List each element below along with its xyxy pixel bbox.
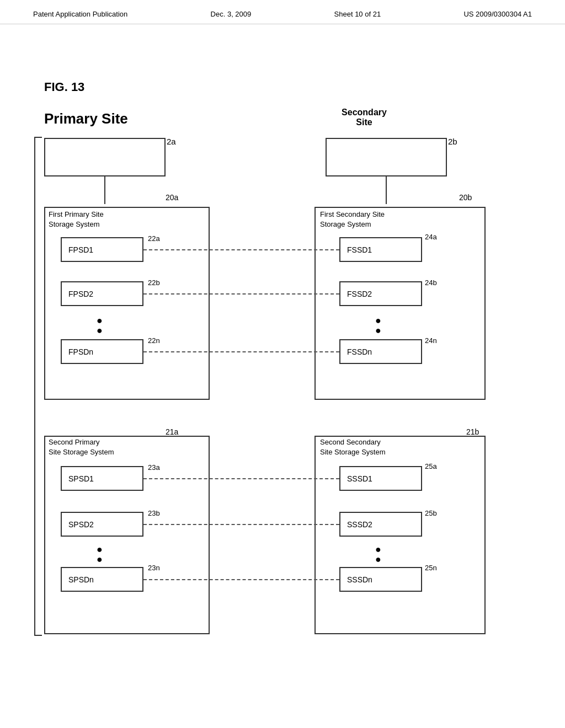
ref-25b: 25b xyxy=(425,509,437,517)
fssd-n-label: FSSDn xyxy=(347,347,372,356)
spsd-n-label: SPSDn xyxy=(68,575,94,584)
spsd-n-box: SPSDn xyxy=(61,567,143,592)
dots-left-bottom: ● ● xyxy=(97,544,103,564)
sssd-n-label: SSSDn xyxy=(347,575,372,584)
fpsd-n-box: FPSDn xyxy=(61,339,143,364)
fssd1-box: FSSD1 xyxy=(339,237,422,262)
ref-22n: 22n xyxy=(148,336,160,345)
fpsd2-label: FPSD2 xyxy=(68,290,93,298)
primary-site-label: Primary Site xyxy=(44,110,128,127)
sssd-n-box: SSSDn xyxy=(339,567,422,592)
fssd1-label: FSSD1 xyxy=(347,245,372,254)
ref-25a: 25a xyxy=(425,462,437,470)
ref-21b: 21b xyxy=(466,427,479,436)
ref-23n: 23n xyxy=(148,564,160,572)
ref-24b: 24b xyxy=(425,279,437,287)
ref-22a: 22a xyxy=(148,234,160,243)
sssd2-box: SSSD2 xyxy=(339,512,422,537)
page-header: Patent Application Publication Dec. 3, 2… xyxy=(0,0,565,24)
sssd1-label: SSSD1 xyxy=(347,474,372,483)
dots-right-top: ● ● xyxy=(375,315,381,335)
ref-20b: 20b xyxy=(459,193,472,202)
fssd-n-box: FSSDn xyxy=(339,339,422,364)
fpsd1-label: FPSD1 xyxy=(68,245,93,254)
host-box-right xyxy=(326,138,447,176)
spsd2-box: SPSD2 xyxy=(61,512,143,537)
fig-label: FIG. 13 xyxy=(44,80,84,94)
ref-25n: 25n xyxy=(425,564,437,572)
spsd1-box: SPSD1 xyxy=(61,466,143,491)
ref-2a: 2a xyxy=(167,137,176,146)
dashed-line-spsd2 xyxy=(143,524,339,525)
vline-host-left xyxy=(104,176,105,204)
header-left: Patent Application Publication xyxy=(33,10,127,18)
header-center: Dec. 3, 2009 xyxy=(211,10,252,18)
sssd2-label: SSSD2 xyxy=(347,520,372,529)
patent-page: Patent Application Publication Dec. 3, 2… xyxy=(0,0,565,728)
ref-2b: 2b xyxy=(448,137,457,146)
fpsd2-box: FPSD2 xyxy=(61,281,143,306)
first-primary-storage-label: First Primary SiteStorage System xyxy=(49,210,104,229)
secondary-site-label: SecondarySite xyxy=(339,108,389,127)
second-primary-storage-label: Second PrimarySite Storage System xyxy=(49,437,114,457)
ref-22b: 22b xyxy=(148,279,160,287)
dashed-line-n xyxy=(143,351,339,352)
ref-24a: 24a xyxy=(425,233,437,241)
dashed-line-2 xyxy=(143,293,339,295)
dashed-line-spsd-n xyxy=(143,579,339,580)
ref-21a: 21a xyxy=(166,427,178,436)
fpsd1-box: FPSD1 xyxy=(61,237,143,262)
second-secondary-storage-label: Second SecondarySite Storage System xyxy=(320,437,386,457)
header-right: US 2009/0300304 A1 xyxy=(463,10,532,18)
dashed-line-1 xyxy=(143,249,339,250)
first-secondary-storage-label: First Secondary SiteStorage System xyxy=(320,210,385,229)
fssd2-box: FSSD2 xyxy=(339,281,422,306)
ref-24n: 24n xyxy=(425,336,437,345)
spsd1-label: SPSD1 xyxy=(68,474,94,483)
ref-23b: 23b xyxy=(148,509,160,517)
ref-20a: 20a xyxy=(166,193,178,202)
fssd2-label: FSSD2 xyxy=(347,290,372,298)
dashed-line-spsd1 xyxy=(143,478,339,479)
ref-23a: 23a xyxy=(148,463,160,472)
host-box-left xyxy=(44,138,166,176)
dots-right-bottom: ● ● xyxy=(375,544,381,564)
dots-left-top: ● ● xyxy=(97,315,103,335)
header-sheet: Sheet 10 of 21 xyxy=(334,10,381,18)
spsd2-label: SPSD2 xyxy=(68,520,94,529)
fpsd-n-label: FPSDn xyxy=(68,347,93,356)
outer-bracket-left xyxy=(34,137,42,636)
vline-host-right xyxy=(386,176,387,204)
sssd1-box: SSSD1 xyxy=(339,466,422,491)
